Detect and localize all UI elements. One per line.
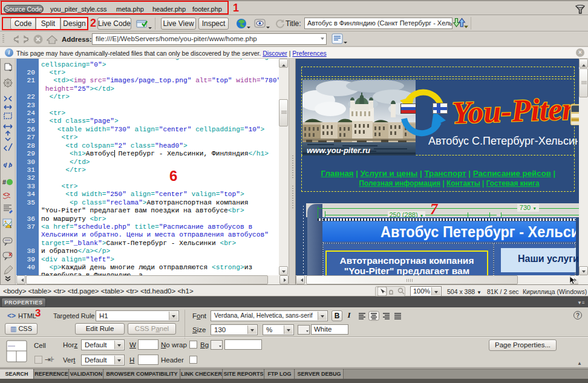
svg-text:You-Piter: You-Piter — [451, 91, 575, 130]
svg-text:#: # — [2, 178, 6, 186]
svg-text:!: ! — [10, 224, 11, 229]
